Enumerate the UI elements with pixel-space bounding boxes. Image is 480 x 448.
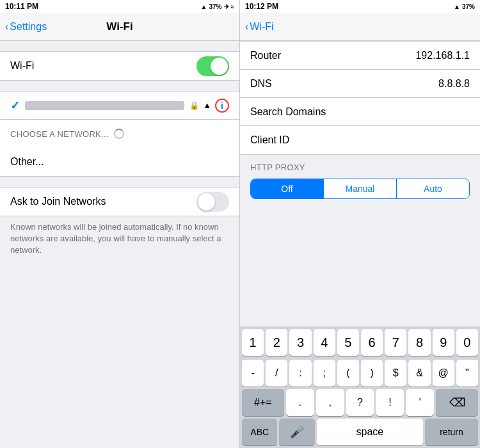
key-colon[interactable]: : <box>289 360 311 387</box>
router-row: Router 192.168.1.1 <box>240 42 480 70</box>
key-ampersand[interactable]: & <box>408 360 430 387</box>
key-7[interactable]: 7 <box>385 329 406 356</box>
checkmark-icon: ✓ <box>10 99 20 113</box>
ask-join-toggle[interactable] <box>196 192 229 212</box>
lock-icon: 🔒 <box>189 101 199 110</box>
key-question[interactable]: ? <box>346 389 374 416</box>
proxy-auto-label: Auto <box>424 184 442 194</box>
network-info-section: Router 192.168.1.1 DNS 8.8.8.8 Search Do… <box>240 41 480 155</box>
dns-row[interactable]: DNS 8.8.8.8 <box>240 70 480 98</box>
client-id-label: Client ID <box>250 134 470 146</box>
loading-spinner <box>114 129 124 139</box>
choose-network-row: CHOOSE A NETWORK... <box>0 120 239 148</box>
choose-network-label: CHOOSE A NETWORK... <box>10 129 109 139</box>
right-location-icon: ▲ <box>454 3 460 10</box>
right-battery-pct: 37% <box>462 3 475 10</box>
info-button[interactable]: i <box>215 99 229 113</box>
network-info-table: Router 192.168.1.1 DNS 8.8.8.8 Search Do… <box>240 41 480 155</box>
wifi-toggle[interactable] <box>196 56 229 76</box>
ask-join-row[interactable]: Ask to Join Networks <box>0 188 239 216</box>
client-id-row[interactable]: Client ID <box>240 126 480 154</box>
router-value: 192.168.1.1 <box>415 50 470 61</box>
key-semicolon[interactable]: ; <box>314 360 335 387</box>
settings-back-button[interactable]: ‹ Settings <box>5 21 47 33</box>
key-0[interactable]: 0 <box>456 329 478 356</box>
ask-join-group: Ask to Join Networks <box>0 187 239 216</box>
router-label: Router <box>250 50 415 61</box>
wifi-toggle-row[interactable]: Wi-Fi <box>0 52 239 80</box>
key-comma[interactable]: , <box>316 389 344 416</box>
dns-value: 8.8.8.8 <box>438 78 470 90</box>
wifi-signal-icon: ▲ <box>203 100 211 110</box>
wifi-back-button[interactable]: ‹ Wi-Fi <box>245 21 274 33</box>
key-3[interactable]: 3 <box>289 329 311 356</box>
http-proxy-header: HTTP PROXY <box>240 155 480 175</box>
ask-join-section: Ask to Join Networks Known networks will… <box>0 187 239 262</box>
proxy-auto-button[interactable]: Auto <box>397 179 469 198</box>
key-return[interactable]: return <box>425 419 478 445</box>
network-list: ✓ 🔒 ▲ i CHOOSE A NETWORK... Other... <box>0 91 239 177</box>
key-4[interactable]: 4 <box>314 329 335 356</box>
location-icon: ▲ <box>201 3 207 10</box>
search-domains-row[interactable]: Search Domains <box>240 98 480 126</box>
key-close-paren[interactable]: ) <box>361 360 383 387</box>
key-at[interactable]: @ <box>433 360 454 387</box>
proxy-manual-label: Manual <box>346 184 375 194</box>
key-slash[interactable]: / <box>266 360 287 387</box>
delete-icon: ⌫ <box>449 396 465 410</box>
key-exclamation[interactable]: ! <box>376 389 404 416</box>
key-period[interactable]: . <box>286 389 314 416</box>
chevron-left-icon: ‹ <box>5 21 8 33</box>
key-1[interactable]: 1 <box>242 329 264 356</box>
key-dollar[interactable]: $ <box>385 360 406 387</box>
ask-join-description: Known networks will be joined automatica… <box>0 216 239 262</box>
wifi-status-icon: ≈ <box>231 3 235 10</box>
left-panel: 10:11 PM ▲ 37% ✈ ≈ ‹ Settings Wi-Fi Wi-F… <box>0 0 240 448</box>
search-domains-label: Search Domains <box>250 106 470 118</box>
wifi-label: Wi-Fi <box>10 60 196 72</box>
key-mic[interactable]: 🎤 <box>279 419 314 445</box>
left-nav-title: Wi-Fi <box>106 20 132 33</box>
keyboard-number-row: 1 2 3 4 5 6 7 8 9 0 <box>240 326 480 357</box>
left-time: 10:11 PM <box>5 2 38 11</box>
other-network-row[interactable]: Other... <box>0 148 239 176</box>
key-8[interactable]: 8 <box>408 329 430 356</box>
info-icon: i <box>221 100 223 111</box>
proxy-off-button[interactable]: Off <box>251 179 324 198</box>
connected-network-row[interactable]: ✓ 🔒 ▲ i <box>0 92 239 120</box>
http-proxy-label: HTTP PROXY <box>250 163 305 172</box>
airplane-icon: ✈ <box>224 3 229 10</box>
settings-back-label: Settings <box>10 21 47 33</box>
keyboard-bottom-row: ABC 🎤 space return <box>240 417 480 448</box>
key-dash[interactable]: - <box>242 360 264 387</box>
other-label: Other... <box>10 156 44 168</box>
key-6[interactable]: 6 <box>361 329 383 356</box>
battery-pct: 37% <box>209 3 221 10</box>
keyboard-symbol-row2: #+= . , ? ! ' ⌫ <box>240 388 480 417</box>
delete-key[interactable]: ⌫ <box>436 389 478 416</box>
proxy-off-label: Off <box>281 184 292 194</box>
key-symbols-toggle[interactable]: #+= <box>242 389 284 416</box>
right-status-icons: ▲ 37% <box>454 3 475 10</box>
key-abc[interactable]: ABC <box>242 419 277 445</box>
wifi-back-label: Wi-Fi <box>250 21 273 33</box>
keyboard: 1 2 3 4 5 6 7 8 9 0 - / : ; ( ) $ & @ " … <box>240 326 480 448</box>
wifi-toggle-group: Wi-Fi <box>0 51 239 81</box>
keyboard-symbol-row1: - / : ; ( ) $ & @ " <box>240 357 480 388</box>
proxy-manual-button[interactable]: Manual <box>324 179 397 198</box>
left-status-bar: 10:11 PM ▲ 37% ✈ ≈ <box>0 0 239 13</box>
network-name-blur <box>25 101 184 110</box>
key-9[interactable]: 9 <box>433 329 454 356</box>
key-apostrophe[interactable]: ' <box>406 389 434 416</box>
key-quote[interactable]: " <box>456 360 478 387</box>
right-chevron-left-icon: ‹ <box>245 21 248 33</box>
right-time: 10:12 PM <box>245 2 278 11</box>
key-space[interactable]: space <box>317 419 423 445</box>
proxy-segmented-control[interactable]: Off Manual Auto <box>250 179 470 199</box>
key-2[interactable]: 2 <box>266 329 287 356</box>
key-open-paren[interactable]: ( <box>337 360 359 387</box>
key-5[interactable]: 5 <box>337 329 359 356</box>
left-nav-bar: ‹ Settings Wi-Fi <box>0 13 239 41</box>
left-status-icons: ▲ 37% ✈ ≈ <box>201 3 234 10</box>
dns-label: DNS <box>250 78 438 90</box>
